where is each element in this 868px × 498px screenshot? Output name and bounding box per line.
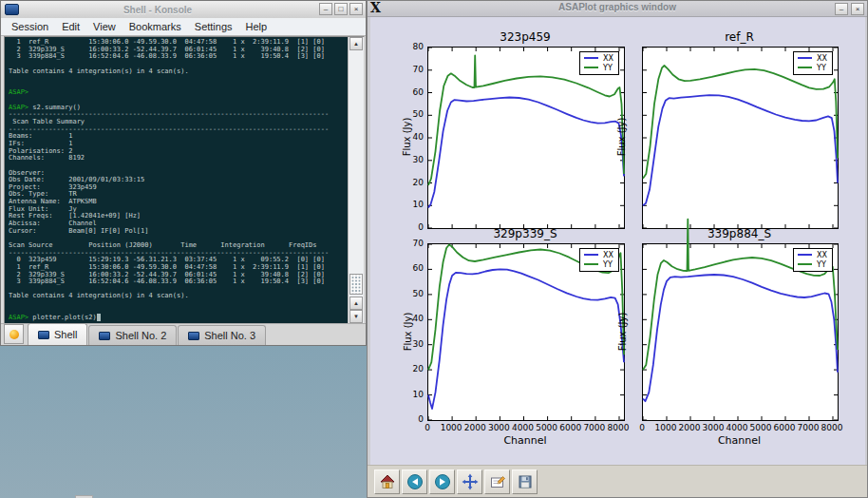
terminal-line: ASAP> plotter.plot(s2) bbox=[9, 315, 348, 322]
tab-shell[interactable]: Shell bbox=[28, 323, 87, 345]
plot-axes[interactable]: XXYY bbox=[427, 243, 625, 421]
y-axis-label: Flux (Jy) bbox=[616, 243, 628, 419]
series-line-xx bbox=[428, 98, 624, 208]
save-icon bbox=[517, 473, 534, 490]
legend: XXYY bbox=[793, 51, 833, 75]
home-button[interactable] bbox=[374, 469, 400, 494]
konsole-window: Shell - Konsole – □ × SessionEditViewBoo… bbox=[0, 0, 367, 346]
menu-item-session[interactable]: Session bbox=[5, 19, 55, 35]
series-line-yy bbox=[643, 220, 838, 371]
close-button[interactable]: × bbox=[851, 3, 864, 15]
legend-entry: XX bbox=[798, 53, 827, 63]
maximize-button[interactable]: □ bbox=[334, 3, 348, 15]
legend-entry: YY bbox=[584, 63, 613, 72]
back-button[interactable] bbox=[402, 469, 427, 494]
terminal-line bbox=[9, 163, 348, 170]
legend-entry: YY bbox=[798, 63, 827, 72]
terminal-line: Cursor: Beam[0] IF[0] Pol[1] bbox=[9, 228, 348, 236]
terminal-line: 3 339p884_S 16:52:04.6 -46.08.33.9 06:36… bbox=[9, 53, 348, 61]
subplot-title: 339p884_S bbox=[642, 227, 837, 241]
scroll-up-icon[interactable]: ▲ bbox=[349, 297, 363, 310]
forward-button[interactable] bbox=[429, 469, 455, 494]
legend-line-swatch bbox=[584, 67, 598, 68]
legend-label: XX bbox=[817, 251, 827, 259]
konsole-tab-bar: ShellShell No. 2Shell No. 3 bbox=[1, 323, 366, 345]
x-tick-label: 8000 bbox=[815, 423, 849, 432]
terminal-screen[interactable]: 1 ref_R 15:30:06.0 -49.59.30.0 04:47:58 … bbox=[5, 37, 348, 323]
plot-toolbar bbox=[368, 465, 867, 497]
terminal-line bbox=[9, 300, 348, 308]
tab-label: Shell No. 3 bbox=[204, 330, 255, 341]
minimize-button[interactable]: – bbox=[319, 3, 332, 15]
new-session-button[interactable] bbox=[4, 324, 24, 344]
close-button[interactable]: × bbox=[349, 3, 363, 15]
legend-entry: XX bbox=[584, 53, 613, 63]
legend-line-swatch bbox=[584, 263, 598, 265]
menu-item-help[interactable]: Help bbox=[239, 19, 274, 35]
minimize-button[interactable]: – bbox=[835, 3, 848, 15]
legend-line-swatch bbox=[584, 254, 598, 256]
asaplot-window: X ASAPlot graphics window – × 323p459XXY… bbox=[367, 0, 868, 498]
legend-entry: YY bbox=[798, 259, 827, 269]
terminal-line: 3 339p884_S 16:52:04.6 -46.08.33.9 06:36… bbox=[9, 278, 348, 286]
configure-subplots-button[interactable] bbox=[484, 469, 510, 494]
legend-entry: XX bbox=[584, 250, 613, 259]
scroll-up-icon[interactable]: ▲ bbox=[349, 37, 363, 50]
plot-axes[interactable]: XXYY bbox=[642, 47, 839, 229]
terminal-line bbox=[9, 75, 348, 83]
subplot-title: 329p339_S bbox=[427, 227, 623, 241]
figure-canvas: 323p459XXYY01020304050607080Flux (Jy)ref… bbox=[370, 17, 865, 465]
series-line-xx bbox=[643, 275, 838, 401]
scrollbar-thumb[interactable] bbox=[349, 274, 363, 295]
terminal-line: Table contains 4 integration(s) in 4 sca… bbox=[9, 68, 348, 76]
tab-shell-no-2[interactable]: Shell No. 2 bbox=[88, 325, 177, 345]
konsole-menu-bar: SessionEditViewBookmarksSettingsHelp bbox=[1, 18, 366, 36]
legend-label: YY bbox=[603, 260, 613, 269]
legend-label: YY bbox=[603, 64, 613, 72]
legend-line-swatch bbox=[798, 57, 812, 59]
legend: XXYY bbox=[579, 51, 619, 75]
back-icon bbox=[406, 473, 424, 490]
legend-entry: XX bbox=[798, 250, 827, 259]
terminal-line: Table contains 4 integration(s) in 4 sca… bbox=[9, 293, 348, 300]
menu-item-settings[interactable]: Settings bbox=[188, 19, 239, 35]
terminal-icon bbox=[99, 332, 110, 340]
legend: XXYY bbox=[579, 248, 619, 272]
save-button[interactable] bbox=[512, 469, 538, 494]
pan-button[interactable] bbox=[457, 469, 482, 494]
terminal-scrollbar[interactable]: ▲ ▲ ▼ bbox=[348, 37, 364, 323]
series-line-xx bbox=[643, 95, 838, 205]
x-axis-label: Channel bbox=[427, 434, 623, 447]
legend-label: XX bbox=[603, 54, 613, 63]
tab-label: Shell bbox=[54, 329, 77, 340]
konsole-window-title: Shell - Konsole bbox=[1, 5, 314, 15]
forward-icon bbox=[434, 473, 451, 490]
pan-icon bbox=[462, 473, 479, 490]
asaplot-titlebar[interactable]: X ASAPlot graphics window – × bbox=[368, 1, 867, 17]
legend-label: YY bbox=[817, 64, 826, 72]
subplot-title: ref_R bbox=[642, 30, 837, 45]
y-axis-label: Flux (Jy) bbox=[402, 243, 413, 419]
series-line-xx bbox=[428, 269, 624, 409]
legend-entry: YY bbox=[584, 259, 613, 269]
subplot-title: 323p459 bbox=[427, 30, 623, 45]
terminal-icon bbox=[38, 331, 49, 339]
desktop: { "konsole": { "title": "Shell - Konsole… bbox=[0, 0, 868, 498]
terminal-icon bbox=[188, 332, 199, 340]
menu-item-bookmarks[interactable]: Bookmarks bbox=[123, 19, 188, 35]
asaplot-window-title: ASAPlot graphics window bbox=[368, 2, 867, 12]
legend-label: XX bbox=[603, 251, 613, 259]
plot-axes[interactable]: XXYY bbox=[427, 47, 625, 229]
terminal-line bbox=[9, 83, 348, 90]
home-icon bbox=[379, 473, 396, 490]
legend-line-swatch bbox=[584, 57, 598, 59]
scroll-down-icon[interactable]: ▼ bbox=[349, 310, 363, 323]
menu-item-view[interactable]: View bbox=[86, 19, 123, 35]
session-lamp-icon bbox=[9, 330, 19, 339]
legend-label: YY bbox=[817, 260, 826, 269]
konsole-titlebar[interactable]: Shell - Konsole – □ × bbox=[1, 1, 366, 19]
configure-subplots-icon bbox=[489, 473, 506, 490]
menu-item-edit[interactable]: Edit bbox=[55, 19, 86, 35]
plot-axes[interactable]: XXYY bbox=[642, 243, 839, 421]
tab-shell-no-3[interactable]: Shell No. 3 bbox=[178, 325, 266, 345]
